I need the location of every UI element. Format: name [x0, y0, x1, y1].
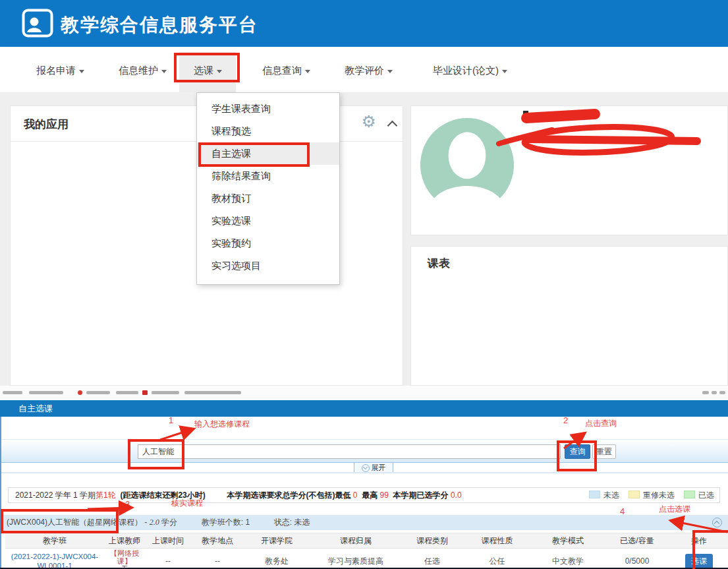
- legend-item-unselected: 未选: [589, 488, 619, 502]
- annotation-2-number: 2: [563, 415, 568, 425]
- chevron-down-icon: [217, 70, 222, 73]
- dashboard-background: 我的应用 ⚙ 课表: [0, 92, 728, 386]
- chevron-down-icon: [387, 70, 393, 73]
- legend-swatch-unselected: [589, 491, 600, 498]
- nav-item-query[interactable]: 信息查询: [262, 65, 310, 77]
- nav-item-evaluation[interactable]: 教学评价: [345, 65, 393, 77]
- nav-item-signup[interactable]: 报名申请: [36, 65, 84, 77]
- expand-label: 展开: [372, 463, 386, 473]
- cell-category: 任选: [402, 549, 462, 569]
- annotation-2-text: 点击查询: [585, 418, 617, 429]
- search-input[interactable]: [138, 444, 561, 459]
- teacher-tag: 【网络授课】: [105, 549, 144, 565]
- bookmark-dot-icon: [78, 390, 82, 395]
- menu-item-course-preselect[interactable]: 课程预选: [197, 120, 339, 142]
- avatar: [420, 118, 514, 212]
- annotation-3-text: 核实课程: [171, 498, 203, 509]
- bookmark-square-icon: [142, 390, 148, 395]
- toolbar-smudge: [719, 391, 725, 394]
- cell-mode: 中文教学: [532, 549, 604, 569]
- credit-requirement-label: 本学期选课要求总学分(不包括)最低: [227, 491, 350, 500]
- menu-item-filter-result[interactable]: 筛除结果查询: [197, 165, 339, 187]
- bookmark-smudge: [29, 391, 63, 394]
- menu-item-lab-reservation[interactable]: 实验预约: [197, 232, 339, 255]
- col-mode: 教学模式: [532, 533, 604, 549]
- class-table: 教学班 上课教师 上课时间 教学地点 开课学院 课程归属 课程类别 课程性质 教…: [5, 533, 728, 569]
- max-credit-label: 最高: [362, 491, 378, 500]
- chevron-down-icon: [305, 70, 310, 73]
- gear-icon[interactable]: ⚙: [362, 113, 376, 130]
- collapse-circle-icon[interactable]: [712, 518, 722, 527]
- legend-swatch-retake: [629, 491, 640, 498]
- reset-button[interactable]: 重置: [592, 444, 616, 459]
- table-row: (2021-2022-1)-JWCX004-WL0001-1 【网络授课】无 -…: [5, 549, 728, 569]
- browser-bookmarks-strip: [0, 386, 728, 401]
- table-header-row: 教学班 上课教师 上课时间 教学地点 开课学院 课程归属 课程类别 课程性质 教…: [5, 533, 728, 549]
- cell-time: --: [145, 549, 191, 569]
- bookmark-smudge: [86, 391, 110, 394]
- menu-item-self-selection[interactable]: 自主选课: [197, 142, 339, 165]
- annotation-4-text: 点击选课: [659, 504, 690, 515]
- page: 教学综合信息服务平台 报名申请 信息维护 选课 信息查询 教学评价 毕业设计(论…: [0, 0, 728, 569]
- selected-credit-label: 本学期已选学分: [393, 491, 449, 500]
- collapse-chevron-icon[interactable]: [387, 121, 398, 131]
- cell-place: --: [191, 549, 244, 569]
- cell-college: 教务处: [244, 549, 310, 569]
- chevron-down-icon: [161, 70, 167, 73]
- chevron-down-icon: [502, 70, 507, 73]
- arrow-3: [88, 508, 130, 509]
- divider: [1, 472, 728, 473]
- col-time: 上课时间: [145, 533, 191, 549]
- user-name-redacted: [524, 110, 715, 127]
- col-belong: 课程归属: [310, 533, 402, 549]
- menu-item-textbook-order[interactable]: 教材预订: [197, 187, 339, 210]
- app-header: 教学综合信息服务平台: [0, 0, 728, 47]
- cell-nature: 公任: [462, 549, 532, 569]
- annotation-1-number: 1: [169, 415, 173, 425]
- query-button[interactable]: 查询: [565, 444, 590, 459]
- annotation-1-text: 输入想选修课程: [194, 419, 250, 430]
- course-group-bar[interactable]: (JWCX004)人工智能（超星网络课程） - 2.0 学分 教学班个数: 1 …: [1, 515, 728, 530]
- nav-item-thesis[interactable]: 毕业设计(论文): [433, 65, 507, 77]
- bookmark-smudge: [3, 391, 22, 394]
- my-apps-title: 我的应用: [24, 117, 69, 132]
- bookmark-smudge: [152, 391, 179, 394]
- legend-item-selected: 已选: [684, 488, 714, 502]
- legend-item-retake: 重修未选: [629, 488, 675, 502]
- cell-belong: 学习与素质提高: [310, 549, 402, 569]
- round-info-bar: 2021-2022 学年 1 学期第1轮 (距选课结束还剩23小时) 本学期选课…: [8, 487, 720, 503]
- toolbar-smudge: [702, 391, 709, 394]
- class-code-link[interactable]: (2021-2022-1)-JWCX004-WL0001-1: [11, 553, 98, 569]
- course-selection-dropdown: 学生课表查询 课程预选 自主选课 筛除结果查询 教材预订 实验选课 实验预约 实…: [196, 92, 340, 285]
- chevron-down-icon: [79, 70, 84, 73]
- semester-text: 2021-2022 学年 1 学期: [15, 491, 96, 500]
- menu-item-internship[interactable]: 实习选项目: [197, 255, 339, 277]
- annotation-3-number: 3: [125, 499, 130, 509]
- arrow-1: [160, 429, 192, 440]
- course-title: (JWCX004)人工智能（超星网络课程） -: [7, 518, 150, 527]
- menu-item-lab-selection[interactable]: 实验选课: [197, 210, 339, 232]
- platform-logo-icon: [22, 9, 53, 38]
- chevron-down-circle-icon: [362, 464, 370, 472]
- col-class: 教学班: [5, 533, 104, 549]
- col-college: 开课学院: [244, 533, 310, 549]
- course-credit: 2.0: [150, 518, 159, 527]
- course-status: 状态: 未选: [274, 518, 310, 527]
- toolbar-smudge: [712, 391, 717, 394]
- col-place: 教学地点: [191, 533, 244, 549]
- col-action: 操作: [670, 533, 728, 549]
- bookmark-smudge: [184, 391, 241, 394]
- col-capacity: 已选/容量: [604, 533, 670, 549]
- course-credit-unit: 学分: [159, 518, 177, 527]
- bookmark-smudge: [116, 391, 138, 394]
- nav-item-course-selection[interactable]: 选课: [194, 65, 222, 77]
- select-course-button[interactable]: 选课: [685, 554, 713, 569]
- min-credit: 0: [353, 491, 358, 500]
- menu-item-student-timetable[interactable]: 学生课表查询: [197, 98, 339, 120]
- status-legend: 未选 重修未选 已选: [589, 488, 714, 502]
- page-titlebar: 自主选课: [0, 400, 728, 417]
- nav-item-info[interactable]: 信息维护: [119, 65, 167, 77]
- course-class-count: 教学班个数: 1: [202, 518, 250, 527]
- page-title: 自主选课: [18, 400, 53, 417]
- selected-credit: 0.0: [451, 491, 462, 500]
